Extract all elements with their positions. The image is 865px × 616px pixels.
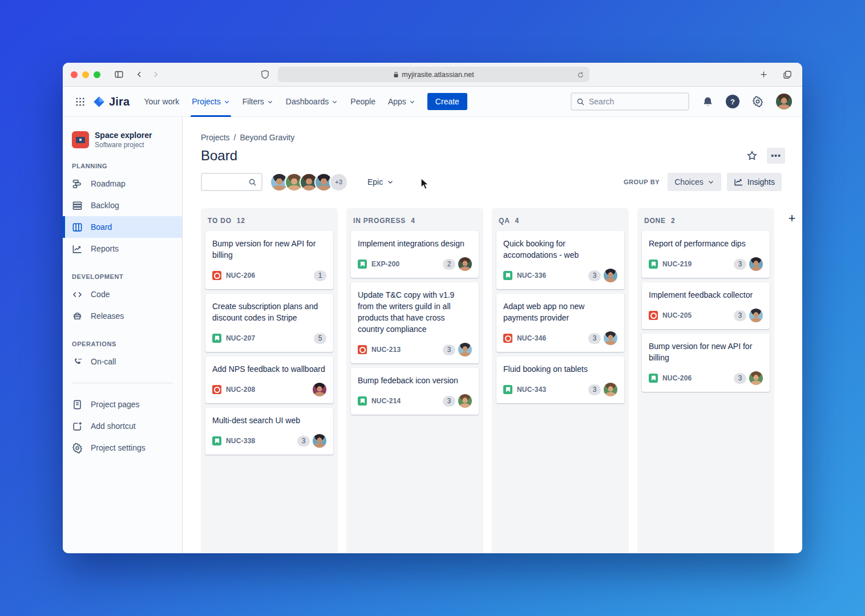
nav-item-dashboards[interactable]: Dashboards: [280, 87, 345, 116]
sidebar-item-reports[interactable]: Reports: [63, 238, 182, 260]
column-count: 4: [411, 217, 415, 225]
board-controls: +3 Epic GROUP BY Choices Insights: [201, 173, 782, 191]
global-search-input[interactable]: [589, 97, 674, 106]
group-by-label: GROUP BY: [624, 179, 660, 185]
tab-overview-icon[interactable]: [779, 67, 795, 83]
board-card[interactable]: Adapt web app no new payments provider N…: [496, 294, 624, 352]
search-icon: [576, 98, 585, 106]
estimate-badge: 3: [443, 396, 455, 407]
sidebar-item-add-shortcut[interactable]: Add shortcut: [63, 415, 182, 437]
assignee-avatar[interactable]: [458, 257, 472, 271]
assignee-avatar[interactable]: [458, 343, 472, 356]
estimate-badge: 1: [314, 270, 326, 281]
chevron-down-icon: [387, 179, 394, 185]
column-count: 12: [237, 217, 245, 225]
zoom-window-button[interactable]: [94, 71, 100, 78]
star-icon[interactable]: [743, 148, 761, 164]
nav-item-your-work[interactable]: Your work: [138, 87, 185, 116]
estimate-badge: 3: [297, 436, 310, 447]
board-card[interactable]: Quick booking for accomodations - web NU…: [496, 231, 624, 289]
board-card[interactable]: Bump version for new API for billing NUC…: [205, 231, 333, 289]
close-window-button[interactable]: [71, 71, 78, 78]
add-shortcut-icon: [72, 421, 83, 432]
assignee-avatar-group[interactable]: +3: [273, 174, 347, 191]
avatar-overflow-badge[interactable]: +3: [330, 174, 347, 191]
sidebar-item-project-settings[interactable]: Project settings: [63, 437, 182, 459]
sidebar-item-releases[interactable]: Releases: [63, 305, 182, 327]
back-button[interactable]: [131, 67, 147, 83]
board-card[interactable]: Update T&C copy with v1.9 from the write…: [351, 282, 479, 363]
assignee-avatar[interactable]: [604, 383, 617, 396]
insights-button[interactable]: Insights: [727, 173, 782, 191]
forward-button[interactable]: [147, 67, 163, 83]
nav-item-apps[interactable]: Apps: [382, 87, 422, 116]
epic-filter-dropdown[interactable]: Epic: [367, 177, 394, 187]
breadcrumb-projects[interactable]: Projects: [201, 133, 230, 142]
app-switcher-icon[interactable]: [71, 92, 89, 111]
estimate-badge: 5: [314, 333, 326, 344]
board-card[interactable]: Add NPS feedback to wallboard NUC-208: [205, 356, 333, 403]
board-card[interactable]: Report of performance dips NUC-219 3: [642, 231, 770, 278]
page-title: Board: [201, 148, 237, 164]
board-search[interactable]: [201, 173, 262, 191]
project-header[interactable]: Space explorer Software project: [63, 131, 182, 149]
avatar[interactable]: [286, 174, 302, 191]
insights-chart-icon: [734, 177, 743, 187]
releases-icon: [72, 311, 83, 322]
column-todo: TO DO12 Bump version for new API for bil…: [201, 208, 338, 553]
sidebar-item-board[interactable]: Board: [63, 216, 182, 238]
assignee-avatar[interactable]: [749, 257, 763, 271]
more-actions-button[interactable]: •••: [767, 148, 785, 164]
column-done: DONE2 Report of performance dips NUC-219…: [637, 208, 774, 553]
assignee-avatar[interactable]: [749, 309, 763, 322]
sidebar-item-oncall[interactable]: On-call: [63, 351, 182, 372]
chevron-down-icon: [708, 179, 714, 185]
sidebar-item-project-pages[interactable]: Project pages: [63, 394, 182, 415]
assignee-avatar[interactable]: [313, 383, 326, 396]
board-card[interactable]: Bump version for new API for billing NUC…: [642, 334, 770, 392]
jira-logo[interactable]: Jira: [92, 95, 130, 108]
settings-gear-icon[interactable]: [749, 94, 767, 110]
shield-icon[interactable]: [257, 67, 273, 83]
help-icon[interactable]: ?: [726, 95, 739, 108]
nav-item-filters[interactable]: Filters: [236, 87, 280, 116]
bug-icon: [212, 385, 221, 394]
board-card[interactable]: Implement feedback collector NUC-205 3: [642, 282, 770, 329]
story-icon: [212, 334, 221, 343]
board-card[interactable]: Bump fedeback icon version NUC-214 3: [351, 368, 479, 415]
new-tab-icon[interactable]: [755, 67, 771, 83]
breadcrumb-page[interactable]: Beyond Gravity: [240, 133, 294, 142]
create-button[interactable]: Create: [427, 93, 467, 110]
avatar[interactable]: [316, 174, 332, 191]
assignee-avatar[interactable]: [313, 434, 326, 448]
sidebar-item-roadmap[interactable]: Roadmap: [63, 173, 182, 194]
board-card[interactable]: Implement integrations design EXP-200 2: [351, 231, 479, 278]
column-in-progress: IN PROGRESS4 Implement integrations desi…: [346, 208, 483, 553]
browser-sidebar-toggle-icon[interactable]: [111, 67, 127, 83]
minimize-window-button[interactable]: [82, 71, 89, 78]
board-card[interactable]: Fluid booking on tablets NUC-343 3: [496, 356, 624, 403]
section-label-development: DEVELOPMENT: [63, 273, 182, 280]
sidebar-item-backlog[interactable]: Backlog: [63, 194, 182, 216]
nav-item-people[interactable]: People: [344, 87, 382, 116]
avatar[interactable]: [301, 174, 317, 191]
estimate-badge: 3: [443, 345, 455, 355]
global-search[interactable]: [571, 92, 689, 111]
address-bar[interactable]: myjirasite.atlassian.net: [278, 67, 589, 82]
assignee-avatar[interactable]: [458, 394, 472, 408]
board-search-input[interactable]: [207, 177, 246, 187]
add-column-button[interactable]: +: [783, 209, 801, 228]
avatar[interactable]: [271, 174, 288, 191]
group-by-dropdown[interactable]: Choices: [668, 173, 721, 191]
story-icon: [358, 396, 367, 406]
reload-icon[interactable]: [575, 69, 586, 80]
nav-item-projects[interactable]: Projects: [185, 87, 236, 116]
assignee-avatar[interactable]: [604, 269, 617, 282]
assignee-avatar[interactable]: [604, 331, 617, 345]
assignee-avatar[interactable]: [749, 371, 763, 385]
board-card[interactable]: Multi-dest search UI web NUC-338 3: [205, 408, 333, 455]
sidebar-item-code[interactable]: Code: [63, 283, 182, 305]
user-avatar[interactable]: [776, 94, 792, 110]
board-card[interactable]: Create subscription plans and discount c…: [205, 294, 333, 352]
notifications-bell-icon[interactable]: [698, 94, 717, 110]
